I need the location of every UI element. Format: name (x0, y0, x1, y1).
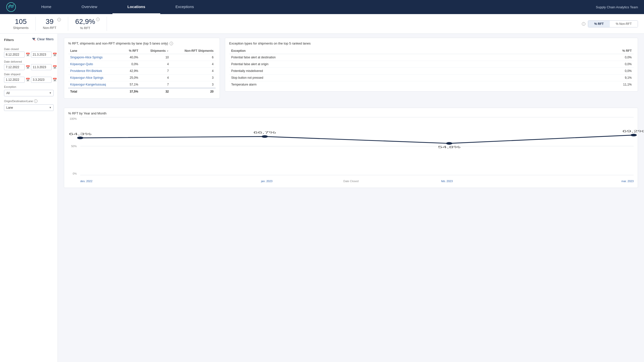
col-exception: Exception (229, 48, 546, 54)
nav-locations[interactable]: Locations (112, 0, 160, 14)
shipments-cell: 7 (140, 81, 171, 88)
date-shipped-from[interactable] (4, 77, 25, 83)
exceptions-table: Exception % RFT Potential false alert at… (229, 48, 634, 88)
rft-pct-label: % RFT (75, 26, 95, 30)
main-content: % RFT, shipments and non-RFT shipments b… (58, 34, 644, 362)
chart-y-axis: 100% 50% 0% (68, 117, 78, 175)
table-row: Singapore-Alice Springs 40,0% 10 6 (68, 54, 216, 61)
stat-non-rft: 39 Non-RFT i (36, 17, 68, 31)
non-rft-cell: 3 (171, 74, 216, 81)
table-row: Potentially misdelivered 0,0% (229, 68, 634, 74)
nav-overview[interactable]: Overview (66, 0, 112, 14)
top-tables-row: % RFT, shipments and non-RFT shipments b… (64, 38, 638, 103)
table-row: Kópavogur-Kangerlussuaq 57,1% 7 3 (68, 81, 216, 88)
main-layout: Filters Clear filters Date closed 📅 📅 Da… (0, 34, 644, 362)
lane-cell[interactable]: Providence RH-Bishkek (68, 68, 122, 74)
exception-cell: Potentially misdelivered (229, 68, 546, 74)
date-shipped-to-cal-icon[interactable]: 📅 (53, 78, 57, 82)
non-rft-cell: 4 (171, 68, 216, 74)
date-shipped-from-cal-icon[interactable]: 📅 (26, 78, 30, 82)
lane-select-wrapper: Lane ▼ (4, 104, 54, 111)
date-closed-from[interactable] (4, 52, 25, 58)
chart-point-1 (262, 135, 268, 138)
non-rft-number: 39 (43, 18, 56, 26)
lane-cell[interactable]: Singapore-Alice Springs (68, 54, 122, 61)
lane-cell[interactable]: Kópavogur-Kangerlussuaq (68, 81, 122, 88)
date-closed-range: 📅 📅 (4, 52, 54, 58)
chart-svg-area: 64,3% 66,7% 54,8% 69,2% (80, 117, 634, 175)
chart-point-3 (631, 134, 637, 136)
non-rft-info-icon[interactable]: i (57, 18, 61, 21)
date-shipped-to[interactable] (31, 77, 52, 83)
total-row: Total 37,5% 32 20 (68, 88, 216, 95)
svg-rect-1 (32, 38, 35, 38)
nav-home[interactable]: Home (26, 0, 66, 14)
date-closed-to-cal-icon[interactable]: 📅 (53, 53, 57, 57)
shipments-cell: 4 (140, 74, 171, 81)
exception-rft-cell: 0,0% (546, 54, 634, 61)
date-closed-to[interactable] (31, 52, 52, 58)
col-rft: % RFT (122, 48, 140, 54)
date-closed-from-cal-icon[interactable]: 📅 (26, 53, 30, 57)
clear-filters-button[interactable]: Clear filters (32, 37, 54, 41)
exception-select[interactable]: All (4, 90, 54, 96)
shipments-label: Shipments (13, 26, 28, 30)
svg-text:64,3%: 64,3% (69, 132, 92, 136)
app-logo[interactable] (6, 2, 16, 12)
exception-rft-cell: 0,0% (546, 68, 634, 74)
total-rft: 37,5% (122, 88, 140, 95)
nav-links: Home Overview Locations Exceptions (26, 0, 596, 14)
rft-toggle: % RFT % Non-RFT (588, 20, 638, 27)
stat-rft-pct: 62,9% % RFT i (68, 17, 107, 31)
chart-x-axis-label: Date Closed (343, 180, 359, 183)
shipments-sort-icon: ▼ (167, 50, 169, 52)
shipments-number: 105 (13, 18, 28, 26)
svg-text:66,7%: 66,7% (253, 131, 276, 134)
col-lane: Lane (68, 48, 122, 54)
rft-pct-info-icon[interactable]: i (96, 18, 100, 21)
rft-cell: 42,9% (122, 68, 140, 74)
rft-pct-number: 62,9% (75, 18, 95, 26)
table-row: Kópavogur-Quito 0,0% 4 4 (68, 61, 216, 68)
total-shipments: 32 (140, 88, 171, 95)
table-row: Stop button not pressed 9,1% (229, 74, 634, 81)
lanes-table-title: % RFT, shipments and non-RFT shipments b… (68, 42, 216, 45)
lanes-table: Lane % RFT Shipments ▼ Non-RFT Shipments (68, 48, 216, 95)
rft-cell: 57,1% (122, 81, 140, 88)
total-non-rft: 20 (171, 88, 216, 95)
date-delivered-to-cal-icon[interactable]: 📅 (53, 65, 57, 69)
lane-select[interactable]: Lane (4, 104, 54, 111)
date-delivered-to[interactable] (31, 64, 52, 70)
clear-filters-icon (32, 37, 35, 41)
table-row: Potential false alert at destination 0,0… (229, 54, 634, 61)
origin-dest-filter-label: Origin/Destination/Lane i (4, 99, 54, 103)
nav-exceptions[interactable]: Exceptions (160, 0, 209, 14)
chart-title: % RFT by Year and Month (68, 111, 634, 115)
lane-cell[interactable]: Kópavogur-Alice Springs (68, 74, 122, 81)
exception-filter-label: Exception (4, 85, 54, 88)
table-row: Kópavogur-Alice Springs 25,0% 4 3 (68, 74, 216, 81)
total-label: Total (68, 88, 122, 95)
toggle-non-rft-btn[interactable]: % Non-RFT (610, 21, 638, 27)
toggle-rft-btn[interactable]: % RFT (588, 21, 610, 27)
lanes-table-info-icon[interactable]: i (170, 42, 173, 45)
svg-rect-2 (33, 39, 35, 39)
date-delivered-from-cal-icon[interactable]: 📅 (26, 65, 30, 69)
col-non-rft-shipments: Non-RFT Shipments (171, 48, 216, 54)
x-label-0: des. 2022 (80, 180, 92, 183)
exception-cell: Stop button not pressed (229, 74, 546, 81)
date-delivered-from[interactable] (4, 64, 25, 70)
lanes-table-section: % RFT, shipments and non-RFT shipments b… (64, 38, 220, 103)
exception-cell: Temperature alarm (229, 81, 546, 88)
filters-title: Filters (4, 38, 14, 42)
shipments-cell: 7 (140, 68, 171, 74)
exception-select-wrapper: All ▼ (4, 89, 54, 96)
x-label-1: jan. 2023 (261, 180, 272, 183)
date-delivered-range: 📅 📅 (4, 64, 54, 70)
origin-dest-info-icon[interactable]: i (34, 99, 37, 103)
exception-rft-cell: 9,1% (546, 74, 634, 81)
lane-cell[interactable]: Kópavogur-Quito (68, 61, 122, 68)
exceptions-title: Exception types for shipments on the top… (229, 42, 634, 45)
stats-bar-info-icon[interactable]: i (582, 22, 585, 26)
x-label-2: feb. 2023 (441, 180, 453, 183)
